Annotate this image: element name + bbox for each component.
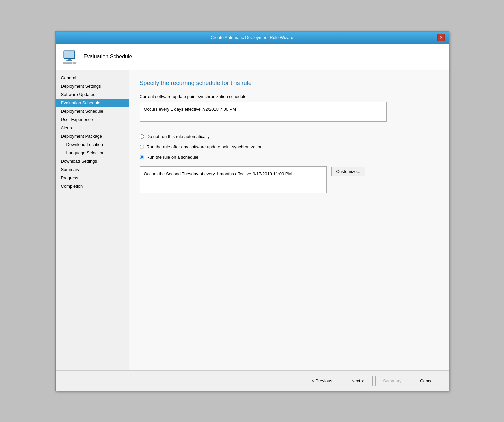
close-button[interactable]: ✕ [437,34,445,41]
divider [140,128,387,128]
sidebar-item-software-updates[interactable]: Software Updates [56,90,129,99]
radio-label-run-on-schedule: Run the rule on a schedule [147,155,198,160]
radio-group: Do not run this rule automaticallyRun th… [140,134,438,160]
section-title: Specify the recurring schedule for this … [140,80,438,87]
svg-rect-2 [68,59,71,60]
radio-run-on-schedule[interactable] [140,155,144,159]
radio-label-no-run: Do not run this rule automatically [147,134,210,139]
radio-item-run-after-sync[interactable]: Run the rule after any software update p… [140,144,438,149]
radio-label-run-after-sync: Run the rule after any software update p… [147,144,263,149]
sidebar-item-language-selection[interactable]: Language Selection [56,149,129,157]
custom-schedule-text: Occurs the Second Tuesday of every 1 mon… [144,171,292,176]
svg-rect-4 [63,62,72,64]
sync-label: Current software update point synchroniz… [140,94,438,99]
sidebar-item-deployment-package[interactable]: Deployment Package [56,132,129,140]
next-button[interactable]: Next > [343,376,373,386]
radio-item-no-run[interactable]: Do not run this rule automatically [140,134,438,139]
sidebar-item-alerts[interactable]: Alerts [56,124,129,132]
sync-schedule-text: Occurs every 1 days effective 7/2/2018 7… [144,107,236,112]
sidebar-item-summary[interactable]: Summary [56,165,129,174]
sidebar-item-deployment-schedule[interactable]: Deployment Schedule [56,107,129,115]
window-title: Create Automatic Deployment Rule Wizard [67,35,437,40]
sidebar-item-general[interactable]: General [56,74,129,82]
sidebar-item-user-experience[interactable]: User Experience [56,115,129,124]
header-title: Evaluation Schedule [84,54,132,60]
wizard-window: Create Automatic Deployment Rule Wizard … [55,31,449,391]
custom-schedule-area: Occurs the Second Tuesday of every 1 mon… [140,166,438,193]
customize-button[interactable]: Customize... [331,167,365,176]
header-area: Evaluation Schedule [56,44,449,70]
wizard-icon [62,49,78,65]
radio-no-run[interactable] [140,134,144,139]
sync-schedule-box: Occurs every 1 days effective 7/2/2018 7… [140,102,387,122]
title-bar: Create Automatic Deployment Rule Wizard … [56,32,449,44]
sidebar-item-completion[interactable]: Completion [56,182,129,190]
content-area: GeneralDeployment SettingsSoftware Updat… [56,70,449,370]
sidebar-item-deployment-settings[interactable]: Deployment Settings [56,82,129,90]
sidebar-item-evaluation-schedule[interactable]: Evaluation Schedule [56,99,129,107]
footer: < Previous Next > Summary Cancel [56,370,449,391]
svg-rect-3 [66,60,72,61]
sidebar-item-progress[interactable]: Progress [56,174,129,182]
svg-rect-6 [65,52,67,53]
cancel-button[interactable]: Cancel [412,376,442,386]
previous-button[interactable]: < Previous [304,376,340,386]
sidebar-item-download-location[interactable]: Download Location [56,140,129,149]
svg-rect-5 [73,62,76,64]
radio-run-after-sync[interactable] [140,145,144,149]
custom-schedule-box: Occurs the Second Tuesday of every 1 mon… [140,166,327,193]
sidebar-item-download-settings[interactable]: Download Settings [56,157,129,165]
summary-button[interactable]: Summary [375,376,409,386]
sidebar: GeneralDeployment SettingsSoftware Updat… [56,70,129,370]
main-content: Specify the recurring schedule for this … [129,70,449,370]
radio-item-run-on-schedule[interactable]: Run the rule on a schedule [140,155,438,160]
